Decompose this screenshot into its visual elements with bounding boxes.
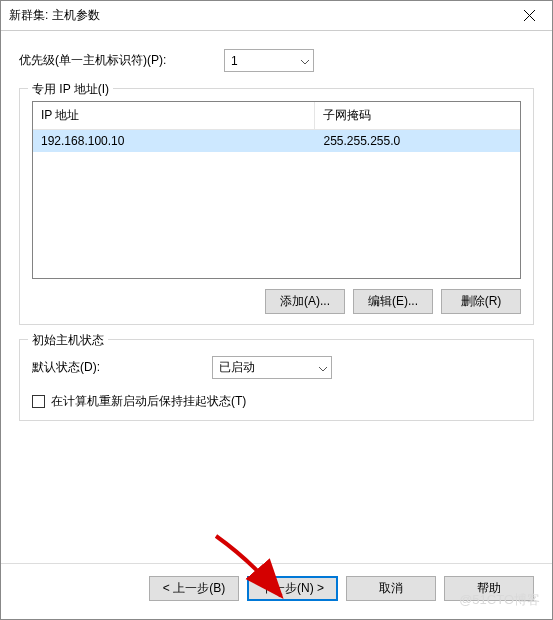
- close-button[interactable]: [507, 1, 552, 30]
- retain-suspend-label[interactable]: 在计算机重新启动后保持挂起状态(T): [51, 393, 246, 410]
- titlebar: 新群集: 主机参数: [1, 1, 552, 31]
- priority-label: 优先级(单一主机标识符)(P):: [19, 52, 224, 69]
- ip-button-row: 添加(A)... 编辑(E)... 删除(R): [32, 289, 521, 314]
- table-header: IP 地址 子网掩码: [33, 102, 520, 130]
- ip-table[interactable]: IP 地址 子网掩码 192.168.100.10 255.255.255.0: [32, 101, 521, 279]
- default-state-label: 默认状态(D):: [32, 359, 212, 376]
- cell-ip: 192.168.100.10: [33, 130, 315, 152]
- close-icon: [524, 10, 535, 21]
- default-state-value: 已启动: [219, 359, 311, 376]
- footer-buttons: < 上一步(B) 下一步(N) > 取消 帮助: [1, 576, 552, 619]
- retain-suspend-row: 在计算机重新启动后保持挂起状态(T): [32, 393, 521, 410]
- retain-suspend-checkbox[interactable]: [32, 395, 45, 408]
- dialog-window: 新群集: 主机参数 优先级(单一主机标识符)(P): 1 专用 IP 地址(I)…: [0, 0, 553, 620]
- table-row[interactable]: 192.168.100.10 255.255.255.0: [33, 130, 520, 152]
- add-button[interactable]: 添加(A)...: [265, 289, 345, 314]
- help-button[interactable]: 帮助: [444, 576, 534, 601]
- priority-row: 优先级(单一主机标识符)(P): 1: [19, 49, 534, 72]
- chevron-down-icon: [301, 54, 309, 68]
- column-mask[interactable]: 子网掩码: [315, 102, 520, 129]
- footer-divider: [1, 563, 552, 564]
- next-button[interactable]: 下一步(N) >: [247, 576, 338, 601]
- dialog-content: 优先级(单一主机标识符)(P): 1 专用 IP 地址(I) IP 地址 子网掩…: [1, 31, 552, 563]
- default-state-row: 默认状态(D): 已启动: [32, 356, 521, 379]
- cancel-button[interactable]: 取消: [346, 576, 436, 601]
- chevron-down-icon: [319, 361, 327, 375]
- state-group-legend: 初始主机状态: [28, 332, 108, 349]
- edit-button[interactable]: 编辑(E)...: [353, 289, 433, 314]
- initial-state-group: 初始主机状态 默认状态(D): 已启动 在计算机重新启动后保持挂起状态(T): [19, 339, 534, 421]
- ip-group-legend: 专用 IP 地址(I): [28, 81, 113, 98]
- cell-mask: 255.255.255.0: [315, 130, 520, 152]
- column-ip[interactable]: IP 地址: [33, 102, 315, 129]
- table-body: 192.168.100.10 255.255.255.0: [33, 130, 520, 152]
- priority-value: 1: [231, 54, 293, 68]
- remove-button[interactable]: 删除(R): [441, 289, 521, 314]
- priority-select[interactable]: 1: [224, 49, 314, 72]
- back-button[interactable]: < 上一步(B): [149, 576, 239, 601]
- window-title: 新群集: 主机参数: [9, 7, 100, 24]
- default-state-select[interactable]: 已启动: [212, 356, 332, 379]
- ip-address-group: 专用 IP 地址(I) IP 地址 子网掩码 192.168.100.10 25…: [19, 88, 534, 325]
